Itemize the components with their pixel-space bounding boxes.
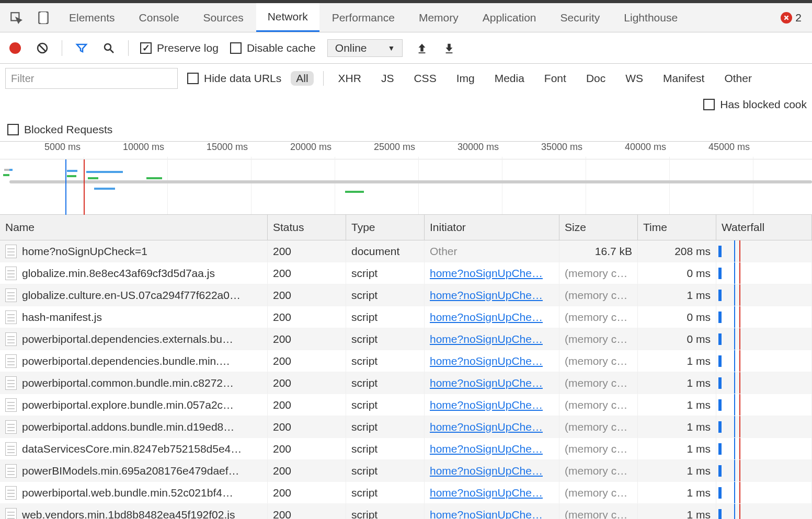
initiator-link[interactable]: home?noSignUpChe… — [430, 333, 543, 345]
filter-type-img[interactable]: Img — [451, 71, 480, 86]
initiator-link[interactable]: home?noSignUpChe… — [430, 289, 543, 302]
cell-initiator: home?noSignUpChe… — [425, 372, 559, 394]
cell-name[interactable]: powerbiportal.web.bundle.min.52c021bf4… — [0, 482, 268, 504]
cell-waterfall — [716, 394, 812, 416]
tab-performance[interactable]: Performance — [321, 3, 406, 32]
initiator-link[interactable]: home?noSignUpChe… — [430, 377, 543, 389]
filter-type-font[interactable]: Font — [539, 71, 571, 86]
cell-type: script — [346, 438, 425, 460]
search-icon[interactable] — [101, 40, 117, 56]
tab-console[interactable]: Console — [128, 3, 191, 32]
cell-type: script — [346, 350, 425, 372]
file-icon — [5, 376, 17, 390]
initiator-link[interactable]: home?noSignUpChe… — [430, 443, 543, 455]
download-har-icon[interactable] — [441, 40, 457, 56]
column-header-name[interactable]: Name — [0, 215, 268, 240]
filter-type-css[interactable]: CSS — [408, 71, 441, 86]
cell-name[interactable]: powerbiportal.dependencies.bundle.min.… — [0, 350, 268, 372]
initiator-link[interactable]: home?noSignUpChe… — [430, 421, 543, 433]
cell-status: 200 — [268, 328, 346, 350]
cell-time: 1 ms — [638, 284, 716, 306]
filter-type-manifest[interactable]: Manifest — [658, 71, 710, 86]
ruler-tick: 45000 ms — [708, 142, 753, 153]
column-header-type[interactable]: Type — [346, 215, 425, 240]
inspect-element-icon[interactable] — [3, 3, 29, 32]
cell-size: (memory c… — [559, 460, 638, 482]
disable-cache-checkbox[interactable]: Disable cache — [230, 42, 316, 54]
has-blocked-cookies-checkbox[interactable]: Has blocked cook — [703, 98, 807, 111]
tab-application[interactable]: Application — [471, 3, 548, 32]
preserve-log-checkbox[interactable]: Preserve log — [140, 42, 219, 54]
cell-name[interactable]: hash-manifest.js — [0, 306, 268, 328]
hide-data-urls-checkbox[interactable]: Hide data URLs — [187, 72, 281, 85]
error-icon — [781, 12, 792, 24]
column-header-size[interactable]: Size — [559, 215, 638, 240]
file-icon — [5, 354, 17, 368]
tab-network[interactable]: Network — [256, 3, 319, 32]
tab-security[interactable]: Security — [548, 3, 611, 32]
error-count-badge[interactable]: 2 — [781, 11, 809, 24]
cell-name[interactable]: powerbiportal.addons.bundle.min.d19ed8… — [0, 416, 268, 438]
toolbar-divider — [62, 40, 62, 56]
cell-time: 1 ms — [638, 372, 716, 394]
cell-time: 1 ms — [638, 504, 716, 519]
initiator-link[interactable]: home?noSignUpChe… — [430, 465, 543, 477]
devtools-tab-bar: ElementsConsoleSourcesNetworkPerformance… — [0, 3, 812, 32]
cell-status: 200 — [268, 394, 346, 416]
column-header-status[interactable]: Status — [268, 215, 346, 240]
cell-time: 1 ms — [638, 350, 716, 372]
cell-name[interactable]: powerbiportal.common.bundle.min.c8272… — [0, 372, 268, 394]
column-header-initiator[interactable]: Initiator — [425, 215, 559, 240]
cell-name[interactable]: powerbiportal.explore.bundle.min.057a2c… — [0, 394, 268, 416]
initiator-link[interactable]: home?noSignUpChe… — [430, 311, 543, 324]
filter-type-xhr[interactable]: XHR — [333, 71, 367, 86]
cell-status: 200 — [268, 504, 346, 519]
filter-type-doc[interactable]: Doc — [581, 71, 611, 86]
cell-name[interactable]: dataServicesCore.min.8247eb752158d5e4… — [0, 438, 268, 460]
cell-time: 0 ms — [638, 262, 716, 284]
checkbox-unchecked-icon — [703, 99, 715, 110]
filter-type-media[interactable]: Media — [489, 71, 530, 86]
cell-size: 16.7 kB — [559, 240, 638, 262]
column-header-waterfall[interactable]: Waterfall — [716, 215, 812, 240]
file-icon — [5, 464, 17, 478]
filter-toggle-icon[interactable] — [74, 40, 89, 56]
device-toggle-icon[interactable] — [30, 3, 56, 32]
filter-type-js[interactable]: JS — [376, 71, 399, 86]
initiator-link[interactable]: home?noSignUpChe… — [430, 399, 543, 411]
cell-type: script — [346, 416, 425, 438]
cell-status: 200 — [268, 306, 346, 328]
tab-elements[interactable]: Elements — [58, 3, 127, 32]
filter-input[interactable] — [5, 68, 178, 89]
initiator-link[interactable]: home?noSignUpChe… — [430, 355, 543, 367]
tab-sources[interactable]: Sources — [192, 3, 255, 32]
ruler-tick: 30000 ms — [458, 142, 502, 153]
cell-name[interactable]: globalize.culture.en-US.07ca294f77f622a0… — [0, 284, 268, 306]
cell-name[interactable]: web.vendors.min.1bd8b8482ea45f192f02.js — [0, 504, 268, 519]
filter-type-other[interactable]: Other — [719, 71, 757, 86]
upload-har-icon[interactable] — [414, 40, 430, 56]
record-button[interactable] — [7, 40, 23, 56]
cell-size: (memory c… — [559, 328, 638, 350]
file-icon — [5, 245, 17, 258]
tab-lighthouse[interactable]: Lighthouse — [612, 3, 689, 32]
cell-name[interactable]: powerBIModels.min.695a208176e479daef… — [0, 460, 268, 482]
column-header-time[interactable]: Time — [638, 215, 716, 240]
cell-name[interactable]: powerbiportal.dependencies.externals.bu… — [0, 328, 268, 350]
cell-name[interactable]: home?noSignUpCheck=1 — [0, 240, 268, 262]
tab-memory[interactable]: Memory — [407, 3, 470, 32]
file-icon — [5, 289, 17, 302]
blocked-requests-checkbox[interactable]: Blocked Requests — [7, 123, 112, 136]
initiator-link[interactable]: home?noSignUpChe… — [430, 509, 543, 520]
cell-initiator: home?noSignUpChe… — [425, 350, 559, 372]
clear-button[interactable] — [35, 40, 50, 56]
cell-size: (memory c… — [559, 372, 638, 394]
initiator-link[interactable]: home?noSignUpChe… — [430, 267, 543, 280]
throttling-select[interactable]: Online ▼ — [327, 39, 403, 57]
filter-type-all[interactable]: All — [291, 71, 313, 86]
network-overview-timeline[interactable]: 5000 ms10000 ms15000 ms20000 ms25000 ms3… — [0, 142, 812, 215]
toolbar-divider — [128, 40, 129, 56]
filter-type-ws[interactable]: WS — [620, 71, 648, 86]
initiator-link[interactable]: home?noSignUpChe… — [430, 487, 543, 499]
cell-name[interactable]: globalize.min.8e8ec43af69cf3d5d7aa.js — [0, 262, 268, 284]
